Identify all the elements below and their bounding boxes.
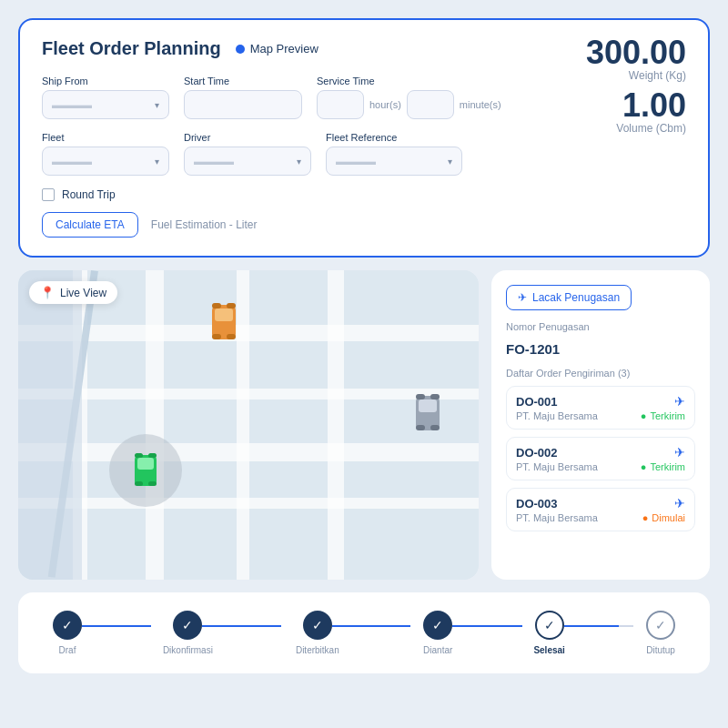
chevron-driver-icon: ▾: [297, 157, 301, 167]
road-v2: [146, 270, 164, 580]
svg-rect-7: [419, 399, 437, 412]
nav-icon-3[interactable]: ✈: [674, 496, 685, 511]
svg-rect-14: [135, 481, 143, 486]
nomor-value: FO-1201: [506, 341, 695, 357]
order-item-row1-2: DO-002 ✈: [516, 445, 685, 460]
order-item-row2-3: PT. Maju Bersama ● Dimulai: [516, 512, 685, 523]
order-id-3: DO-003: [516, 497, 558, 511]
ship-from-select[interactable]: ▬▬▬▬ ▾: [42, 90, 169, 119]
step-circle-selesai: ✓: [535, 611, 564, 640]
send-icon: ✈: [518, 291, 527, 304]
step-label-draf: Draf: [59, 645, 76, 655]
service-time-label: Service Time: [317, 76, 501, 86]
svg-rect-4: [212, 303, 221, 308]
top-card: Fleet Order Planning Map Preview 300.00 …: [18, 18, 710, 258]
company-3: PT. Maju Bersama: [516, 512, 598, 523]
order-id-1: DO-001: [516, 395, 558, 409]
step-diantar: ✓ Diantar: [410, 611, 465, 655]
svg-rect-15: [148, 481, 157, 486]
step-diterbitkan: ✓ Diterbitkan: [281, 611, 354, 655]
map-preview-label: Map Preview: [250, 42, 318, 56]
weight-value: 300.00: [586, 36, 686, 69]
map-container: 📍 Live View: [18, 270, 479, 580]
minutes-label: minute(s): [460, 99, 501, 110]
step-label-diantar: Diantar: [423, 645, 452, 655]
svg-rect-9: [430, 425, 440, 430]
round-trip-checkbox[interactable]: [42, 188, 55, 201]
road-v4: [328, 270, 344, 580]
status-badge-3: ● Dimulai: [642, 512, 685, 523]
live-view-label: Live View: [60, 287, 106, 299]
order-item-2: DO-002 ✈ PT. Maju Bersama ● Terkirim: [506, 437, 695, 480]
car-green: [133, 449, 158, 492]
nomor-label: Nomor Penugasan: [506, 318, 695, 334]
svg-rect-17: [148, 453, 157, 458]
stats-area: 300.00 Weight (Kg) 1.00 Volume (Cbm): [586, 36, 686, 142]
driver-group: Driver ▬▬▬▬ ▾: [184, 132, 311, 176]
order-item-row1: DO-001 ✈: [516, 394, 685, 409]
map-preview-badge: Map Preview: [236, 42, 318, 56]
step-circle-diterbitkan: ✓: [303, 611, 332, 640]
progress-card: ✓ Draf ✓ Dikonfirmasi ✓ Diterbitkan ✓ Di…: [18, 592, 710, 673]
car-orange: [209, 298, 238, 345]
fuel-estimation-text: Fuel Estimation - Liter: [151, 218, 258, 231]
step-label-ditutup: Ditutup: [646, 645, 675, 655]
main-container: Fleet Order Planning Map Preview 300.00 …: [18, 18, 710, 710]
start-time-group: Start Time: [184, 76, 302, 119]
svg-rect-5: [227, 303, 236, 308]
track-button[interactable]: ✈ Lacak Penugasan: [506, 285, 632, 310]
fleet-ref-group: Fleet Reference ▬▬▬▬ ▾: [326, 132, 462, 176]
fleet-ref-select[interactable]: ▬▬▬▬ ▾: [326, 147, 462, 176]
company-2: PT. Maju Bersama: [516, 461, 598, 472]
fleet-ref-label: Fleet Reference: [326, 132, 462, 143]
hours-label: hour(s): [369, 99, 401, 110]
ship-from-group: Ship From ▬▬▬▬ ▾: [42, 76, 169, 119]
fleet-label: Fleet: [42, 132, 169, 143]
track-label: Lacak Penugasan: [532, 291, 620, 304]
ship-from-label: Ship From: [42, 76, 169, 86]
step-ditutup: ✓ Ditutup: [633, 611, 688, 655]
live-view-badge[interactable]: 📍 Live View: [29, 281, 117, 304]
car-gray: [413, 389, 442, 434]
start-time-input[interactable]: [184, 90, 302, 119]
step-label-selesai: Selesai: [533, 645, 564, 655]
nav-icon-2[interactable]: ✈: [674, 445, 685, 460]
step-selesai: ✓ Selesai: [522, 611, 577, 655]
fleet-select[interactable]: ▬▬▬▬ ▾: [42, 147, 169, 176]
svg-rect-1: [215, 308, 233, 321]
svg-rect-3: [227, 334, 236, 339]
step-label-dikonfirmasi: Dikonfirmasi: [163, 645, 213, 655]
order-id-2: DO-002: [516, 446, 558, 460]
nav-icon-1[interactable]: ✈: [674, 394, 685, 409]
calc-row: Calculate ETA Fuel Estimation - Liter: [42, 212, 686, 238]
live-icon: 📍: [40, 286, 55, 299]
status-dot-2: ●: [641, 461, 647, 472]
round-trip-label: Round Trip: [62, 188, 116, 201]
step-circle-dikonfirmasi: ✓: [173, 611, 202, 640]
order-item-1: DO-001 ✈ PT. Maju Bersama ● Terkirim: [506, 386, 695, 430]
road-area: [18, 270, 82, 580]
road-v3: [237, 270, 249, 580]
company-1: PT. Maju Bersama: [516, 410, 598, 421]
step-circle-draf: ✓: [53, 611, 82, 640]
chevron-ref-icon: ▾: [448, 157, 452, 167]
hours-input[interactable]: [317, 90, 364, 119]
status-dot-1: ●: [641, 410, 647, 421]
map-background: 📍 Live View: [18, 270, 479, 580]
calculate-eta-button[interactable]: Calculate ETA: [42, 212, 138, 238]
right-panel: ✈ Lacak Penugasan Nomor Penugasan FO-120…: [491, 270, 710, 580]
weight-label: Weight (Kg): [586, 69, 686, 82]
fleet-group: Fleet ▬▬▬▬ ▾: [42, 132, 169, 176]
order-item-3: DO-003 ✈ PT. Maju Bersama ● Dimulai: [506, 488, 695, 531]
svg-rect-16: [135, 453, 143, 458]
status-dot-3: ●: [642, 512, 649, 523]
minutes-input[interactable]: [407, 90, 454, 119]
order-list-label: Daftar Order Pengiriman (3): [506, 368, 695, 379]
step-draf: ✓ Draf: [40, 611, 95, 655]
page-title: Fleet Order Planning: [42, 38, 221, 59]
bottom-section: 📍 Live View ✈ Lacak Penugasan Nomor Penu…: [18, 270, 710, 580]
driver-select[interactable]: ▬▬▬▬ ▾: [184, 147, 311, 176]
step-circle-diantar: ✓: [423, 611, 452, 640]
order-item-row2-2: PT. Maju Bersama ● Terkirim: [516, 461, 685, 472]
driver-label: Driver: [184, 132, 311, 143]
